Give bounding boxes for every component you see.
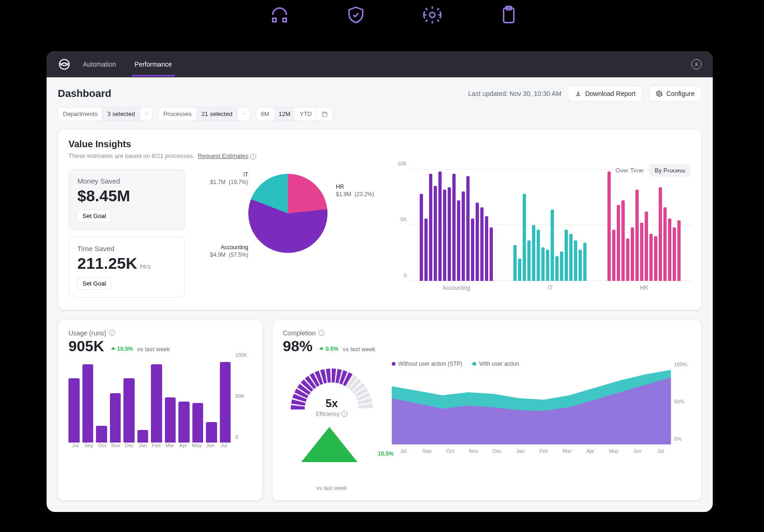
metric-label: Money Saved	[77, 177, 176, 185]
panel-subtitle: These estimates are based on 8/21 proces…	[68, 152, 691, 160]
configure-button[interactable]: Configure	[649, 86, 702, 102]
svg-rect-12	[323, 112, 327, 116]
completion-card: Completion i 98% 0.5% vs last week	[272, 320, 702, 501]
svg-point-11	[659, 93, 661, 95]
card-title: Completion i	[283, 329, 691, 337]
chevron-down-icon	[140, 110, 152, 117]
svg-point-10	[696, 63, 697, 65]
filter-processes[interactable]: Processes 21 selected	[158, 107, 250, 121]
usage-delta: 10.5%	[111, 346, 133, 352]
efficiency-gauge: 5x Efficiency i 10.5% vs last week	[283, 361, 381, 492]
svg-rect-4	[206, 15, 208, 21]
completion-legend: Without user action (STP) With user acti…	[392, 361, 691, 367]
pie-slice-label: Accounting$4.9M (57.5%)	[192, 244, 248, 259]
range-ytd[interactable]: YTD	[295, 108, 316, 120]
info-icon[interactable]: i	[319, 330, 325, 336]
app-window: Automation Performance Dashboard Last up…	[47, 51, 713, 512]
user-avatar-icon[interactable]	[691, 59, 702, 69]
svg-point-8	[581, 17, 583, 19]
usage-value: 905K	[68, 338, 104, 355]
download-icon	[575, 90, 581, 97]
svg-marker-23	[326, 368, 330, 383]
info-icon[interactable]: i	[341, 411, 348, 417]
set-goal-time-button[interactable]: Set Goal	[77, 277, 111, 290]
gauge-label: Efficiency	[316, 411, 340, 417]
metric-value: $8.45M	[77, 187, 176, 205]
top-nav: Automation Performance	[47, 51, 713, 77]
decorative-icon-strip	[116, 5, 595, 25]
gauge-delta: 10.5%	[283, 426, 394, 482]
range-12m[interactable]: 12M	[274, 108, 295, 120]
usage-vs: vs last week	[137, 346, 170, 353]
svg-point-5	[430, 13, 435, 18]
time-range-segment: 6M 12M YTD	[256, 107, 333, 121]
pie-slice-label: IT$1.7M (19.7%)	[192, 171, 248, 186]
svg-marker-24	[332, 368, 336, 382]
chevron-down-icon	[238, 110, 250, 117]
usage-bar-chart: JulSepOctNovDecJanFebMarAprMayJunJul 050…	[68, 361, 252, 454]
nav-tab-performance[interactable]: Performance	[132, 52, 175, 76]
request-estimates-link[interactable]: Request Estimates	[198, 152, 249, 159]
value-insights-panel: Value Insights These estimates are based…	[58, 129, 702, 310]
range-6m[interactable]: 6M	[256, 108, 274, 120]
completion-vs: vs last week	[342, 346, 375, 353]
metric-value: 211.25KHrs	[77, 254, 176, 273]
calendar-icon[interactable]	[316, 108, 333, 120]
info-icon[interactable]: i	[250, 154, 256, 160]
svg-rect-2	[200, 18, 202, 20]
money-saved-pie: HR$1.9M (23.2%)Accounting$4.9M (57.5%)IT…	[197, 169, 379, 248]
filter-bar: Departments 3 selected Processes 21 sele…	[47, 107, 713, 129]
money-saved-card: Money Saved $8.45M Set Goal	[68, 169, 185, 230]
svg-marker-34	[358, 403, 373, 408]
completion-value: 98%	[283, 338, 313, 355]
by-process-bar-chart: 05K10K AccountingITHR	[391, 169, 691, 295]
nav-tab-automation[interactable]: Automation	[80, 52, 119, 76]
page-header: Dashboard Last updated: Nov 30, 10:30 AM…	[47, 77, 713, 107]
svg-point-1	[123, 12, 126, 15]
usage-card: Usage (runs) i 905K 10.5% vs last week J…	[58, 320, 263, 501]
panel-title: Value Insights	[68, 139, 691, 150]
svg-rect-3	[203, 17, 205, 21]
last-updated: Last updated: Nov 30, 10:30 AM	[468, 90, 561, 97]
metric-label: Time Saved	[77, 245, 176, 252]
time-saved-card: Time Saved 211.25KHrs Set Goal	[68, 237, 185, 298]
pie-slice-label: HR$1.9M (23.2%)	[336, 183, 374, 198]
card-title: Usage (runs) i	[68, 329, 252, 337]
set-goal-money-button[interactable]: Set Goal	[77, 210, 111, 222]
info-icon[interactable]: i	[109, 330, 115, 336]
download-report-button[interactable]: Download Report	[568, 86, 642, 102]
completion-area-chart: JulSepOctNovDecJanFebMarAprMayJunJul 0%5…	[392, 370, 691, 444]
svg-marker-13	[291, 405, 305, 409]
page-title: Dashboard	[58, 88, 111, 100]
gear-icon	[656, 90, 662, 97]
completion-delta: 0.5%	[319, 346, 338, 352]
filter-departments[interactable]: Departments 3 selected	[58, 107, 153, 121]
logo-icon	[58, 58, 71, 71]
